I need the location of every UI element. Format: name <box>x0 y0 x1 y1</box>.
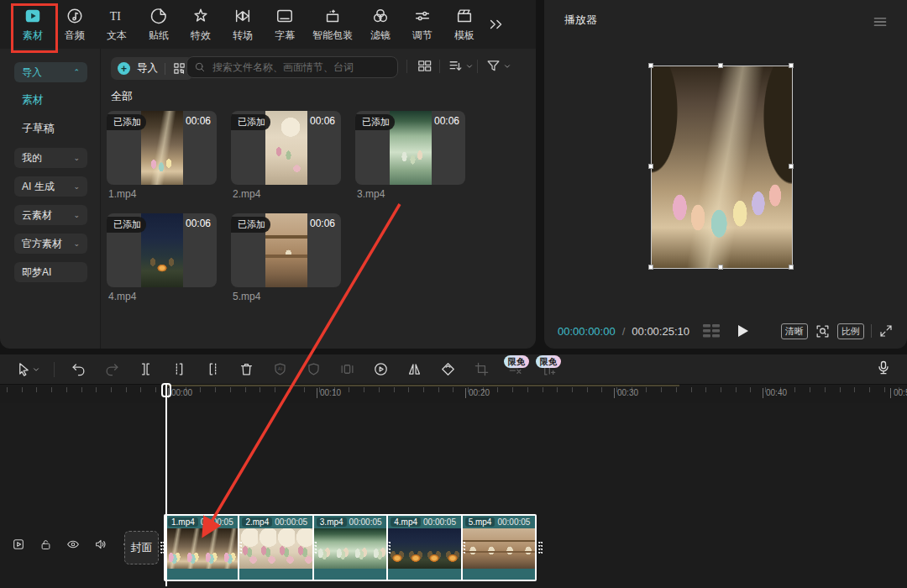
playhead-marker[interactable] <box>161 383 171 397</box>
sort-icon[interactable] <box>448 58 474 74</box>
file-name: 1.mp4 <box>108 188 136 200</box>
quality-button[interactable]: 清晰 <box>781 323 808 339</box>
tab-filters[interactable]: 滤镜 <box>359 7 401 43</box>
clip-footer <box>165 569 238 580</box>
timeline-clip-1[interactable]: 1.mp4 00:00:05 <box>165 516 238 580</box>
sidebar-item-import[interactable]: 导入 ⌃ <box>14 62 87 82</box>
cover-button[interactable]: 封面 <box>124 531 159 564</box>
timeline-ruler[interactable]: 00:00 00:10 00:20 00:30 00:40 00:50 <box>0 385 907 403</box>
rotate-icon[interactable] <box>438 360 458 380</box>
cursor-select-icon[interactable] <box>15 360 40 380</box>
sidebar-item-ai-generate[interactable]: AI 生成 ⌄ <box>14 176 87 197</box>
timeline-clip-5[interactable]: 5.mp4 00:00:05 <box>463 516 535 580</box>
media-card-5[interactable]: 已添加 00:06 <box>231 213 341 287</box>
mute-speaker-icon[interactable] <box>94 538 107 551</box>
file-name: 4.mp4 <box>108 291 136 302</box>
mirror-flip-icon[interactable] <box>404 360 424 380</box>
tab-effects[interactable]: 特效 <box>180 7 222 43</box>
clip-trim-handle[interactable] <box>461 541 465 554</box>
visibility-eye-icon[interactable] <box>66 538 80 551</box>
media-card-1[interactable]: 已添加 00:06 <box>107 111 217 185</box>
split-icon[interactable] <box>135 360 155 380</box>
resize-handle[interactable] <box>648 63 653 68</box>
more-tabs-chevron[interactable] <box>487 15 506 34</box>
clip-header: 1.mp4 00:00:05 <box>165 516 238 528</box>
crop-icon[interactable] <box>471 360 491 380</box>
ruler-label: 00:10 <box>317 388 341 398</box>
sidebar-item-mine[interactable]: 我的 ⌄ <box>14 148 87 168</box>
resize-handle[interactable] <box>648 265 653 270</box>
zoom-focus-icon[interactable] <box>815 323 831 339</box>
sidebar-item-subdraft[interactable]: 子草稿 <box>22 121 55 136</box>
resize-handle[interactable] <box>789 164 794 169</box>
plus-circle-icon: + <box>118 62 130 75</box>
record-voiceover-icon[interactable] <box>875 360 892 376</box>
sidebar-item-official-material[interactable]: 官方素材 ⌄ <box>14 234 87 254</box>
lock-icon[interactable] <box>39 538 52 551</box>
freeze-frame-icon[interactable] <box>337 360 357 380</box>
clip-filmstrip <box>165 528 238 569</box>
sidebar-item-material[interactable]: 素材 <box>22 92 44 108</box>
tab-smart-packaging[interactable]: 智能包装 <box>306 7 359 43</box>
timeline-toolbar: AI <box>0 354 907 385</box>
smart-mask-ai-icon[interactable]: AI <box>270 360 290 380</box>
import-button-label: 导入 <box>137 61 158 76</box>
tab-label: 转场 <box>233 29 253 43</box>
resize-handle[interactable] <box>718 265 723 270</box>
playback-speed-icon[interactable] <box>370 360 391 380</box>
tab-media[interactable]: 素材 <box>12 7 54 43</box>
media-card-4[interactable]: 已添加 00:06 <box>107 213 217 287</box>
mask-icon[interactable] <box>303 360 323 380</box>
tab-templates[interactable]: 模板 <box>443 7 485 43</box>
search-input[interactable] <box>211 60 391 74</box>
tab-label: 滤镜 <box>370 29 391 43</box>
playhead-line[interactable] <box>165 385 167 586</box>
tab-audio[interactable]: 音频 <box>54 7 96 43</box>
clip-trim-handle[interactable] <box>538 541 543 554</box>
delete-icon[interactable] <box>236 360 256 380</box>
sidebar-item-jimeng-ai[interactable]: 即梦AI <box>14 262 87 282</box>
media-card-3[interactable]: 已添加 00:06 <box>355 111 465 185</box>
duration-label: 00:06 <box>434 115 459 127</box>
timeline-clip-2[interactable]: 2.mp4 00:00:05 <box>239 516 312 580</box>
play-button[interactable] <box>738 325 748 337</box>
trim-left-icon[interactable] <box>169 360 189 380</box>
timeline-clip-3[interactable]: 3.mp4 00:00:05 <box>314 516 386 580</box>
filter-icon[interactable] <box>485 58 511 74</box>
sidebar-item-cloud-material[interactable]: 云素材 ⌄ <box>14 205 87 225</box>
clip-trim-handle[interactable] <box>312 541 317 554</box>
tab-adjust[interactable]: 调节 <box>401 7 443 43</box>
redo-icon[interactable] <box>102 360 122 380</box>
timeline-clip-4[interactable]: 4.mp4 00:00:05 <box>388 516 460 580</box>
search-icon <box>194 61 206 73</box>
filter-all-label[interactable]: 全部 <box>111 89 133 104</box>
sidebar-item-label: 官方素材 <box>22 237 62 251</box>
trim-right-icon[interactable] <box>202 360 223 380</box>
tab-text[interactable]: TI 文本 <box>96 7 138 43</box>
tab-sticker[interactable]: 贴纸 <box>138 7 180 43</box>
clip-trim-handle[interactable] <box>160 541 165 554</box>
fullscreen-icon[interactable] <box>878 323 894 339</box>
view-grid-icon[interactable] <box>417 58 433 74</box>
resize-handle[interactable] <box>789 265 794 270</box>
tab-label: 素材 <box>23 29 43 43</box>
resize-handle[interactable] <box>789 63 794 68</box>
clip-trim-handle[interactable] <box>386 541 391 554</box>
file-name: 2.mp4 <box>233 188 260 200</box>
preview-axis-icon[interactable] <box>701 323 721 339</box>
tab-transitions[interactable]: 转场 <box>222 7 264 43</box>
ratio-button[interactable]: 比例 <box>837 323 864 339</box>
resize-handle[interactable] <box>718 63 723 68</box>
import-button-group[interactable]: + 导入 <box>111 57 193 80</box>
clip-trim-handle[interactable] <box>238 541 242 554</box>
media-card-2[interactable]: 已添加 00:06 <box>231 111 341 185</box>
search-box[interactable] <box>186 56 398 78</box>
preview-canvas[interactable] <box>651 66 793 269</box>
hamburger-menu-icon[interactable] <box>872 13 889 30</box>
resize-handle[interactable] <box>648 164 653 169</box>
undo-icon[interactable] <box>68 360 88 380</box>
clip-header: 5.mp4 00:00:05 <box>463 516 535 528</box>
qr-import-icon[interactable] <box>172 61 186 76</box>
tab-captions[interactable]: 字幕 <box>264 7 306 43</box>
sliders-icon <box>413 7 432 25</box>
